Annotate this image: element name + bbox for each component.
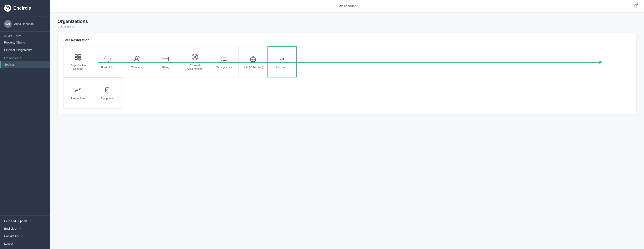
tiles-row-1: Organization Settings Brand Info	[64, 46, 630, 78]
integrations-icon	[74, 86, 82, 94]
tile-org-settings[interactable]: Organization Settings	[64, 46, 92, 78]
tile-label: Equipment	[99, 97, 115, 100]
tile-label: Bots (Public API)	[241, 66, 265, 69]
tile-equipment[interactable]: Equipment	[92, 78, 122, 109]
org-settings-icon	[74, 53, 82, 61]
svg-rect-35	[283, 58, 284, 60]
username-label: Anna Donahoo	[14, 22, 34, 26]
tile-label: Billing	[160, 66, 171, 69]
bots-api-icon	[249, 55, 257, 63]
job-status-icon	[278, 55, 286, 63]
sidebar-item-settings[interactable]: Settings	[0, 61, 50, 68]
svg-point-6	[104, 56, 110, 62]
manage-lists-icon	[220, 55, 228, 63]
svg-rect-2	[78, 54, 81, 57]
user-profile: AD Anna Donahoo	[0, 16, 50, 32]
sidebar-item-help-support[interactable]: Help and Support ↗	[0, 217, 50, 225]
notification-dot	[636, 4, 638, 5]
svg-rect-33	[280, 59, 281, 60]
topbar-title: My Account	[338, 4, 356, 8]
tile-label: Manage Lists	[214, 66, 234, 69]
tile-billing[interactable]: Billing	[151, 46, 180, 78]
external-link-icon: ↗	[29, 220, 31, 222]
svg-rect-3	[75, 58, 78, 60]
svg-rect-34	[282, 58, 282, 60]
svg-rect-40	[106, 88, 109, 92]
org-card: Star Restoration	[58, 33, 636, 115]
brand-info-icon	[103, 55, 112, 63]
app-logo: Encircle	[0, 0, 50, 16]
sidebar-item-property-claims[interactable]: Property Claims	[0, 39, 50, 46]
tile-manage-lists[interactable]: Manage Lists	[209, 46, 238, 78]
tile-label: Organization Settings	[64, 64, 92, 71]
members-icon	[132, 55, 141, 63]
sidebar-bottom: Help and Support ↗ EncircleU ↗ Contact U…	[0, 216, 50, 249]
svg-point-19	[222, 57, 222, 58]
svg-rect-22	[250, 58, 256, 62]
content-area: Organizations 1 Organization Star Restor…	[50, 12, 644, 249]
claim-inbox-section-label: CLAIM INBOX	[0, 32, 50, 39]
external-link-icon: ↗	[19, 227, 21, 230]
topbar: My Account	[50, 0, 644, 12]
svg-point-7	[135, 56, 138, 59]
equipment-icon	[103, 86, 111, 94]
svg-point-23	[252, 59, 252, 60]
tile-integrations[interactable]: Integrations	[64, 78, 92, 109]
svg-point-24	[254, 59, 254, 60]
page-subtitle: 1 Organization	[58, 25, 636, 28]
my-account-section-label: MY ACCOUNT	[0, 54, 50, 61]
tile-label: Members	[129, 66, 144, 69]
svg-point-8	[138, 56, 140, 58]
external-assignments-icon	[191, 53, 199, 61]
svg-rect-9	[163, 57, 168, 61]
sidebar-item-logout[interactable]: Logout	[0, 240, 50, 247]
svg-point-26	[253, 56, 254, 57]
sidebar-item-encircle-u[interactable]: EncircleU ↗	[0, 225, 50, 232]
svg-rect-1	[75, 54, 78, 57]
billing-icon	[162, 55, 170, 63]
org-name: Star Restoration	[64, 38, 630, 42]
tile-label: Integrations	[70, 97, 87, 100]
notification-bell[interactable]	[633, 4, 638, 8]
svg-point-0	[6, 6, 10, 10]
tile-label: Job Status	[274, 66, 290, 69]
page-title: Organizations	[58, 19, 636, 24]
sidebar-item-external-assignments[interactable]: External Assignments	[0, 46, 50, 54]
tile-brand-info[interactable]: Brand Info	[92, 46, 122, 78]
avatar: AD	[4, 20, 12, 28]
sidebar-item-contact-us[interactable]: Contact Us ↗	[0, 232, 50, 240]
tile-external-assignments[interactable]: External Assignments	[180, 46, 209, 78]
tiles-row-2: Integrations	[64, 78, 630, 109]
main-content: My Account Organizations 1 Organization …	[50, 0, 644, 249]
svg-point-21	[222, 60, 222, 61]
tile-label: External Assignments	[180, 64, 209, 71]
tile-bots-api[interactable]: Bots (Public API)	[238, 46, 268, 78]
tile-job-status[interactable]: Job Status	[268, 46, 296, 78]
sidebar: Encircle AD Anna Donahoo CLAIM INBOX Pro…	[0, 0, 50, 249]
svg-point-20	[222, 58, 222, 59]
logo-icon	[4, 4, 11, 12]
tile-members[interactable]: Members	[122, 46, 151, 78]
tile-label: Brand Info	[100, 66, 115, 69]
external-link-icon: ↗	[21, 235, 23, 238]
